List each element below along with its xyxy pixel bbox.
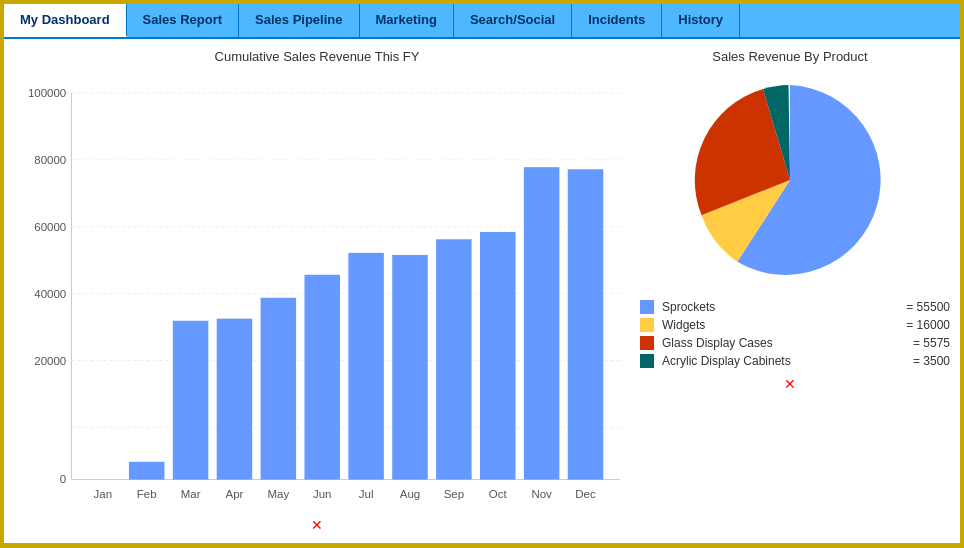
legend-color-widgets: [640, 318, 654, 332]
legend-label-sprockets: Sprockets: [662, 300, 898, 314]
right-panel: Sales Revenue By Product: [630, 49, 950, 533]
tab-sales-report[interactable]: Sales Report: [127, 4, 239, 37]
svg-rect-24: [304, 275, 340, 480]
legend-value-glass: = 5575: [913, 336, 950, 350]
svg-rect-22: [261, 298, 297, 480]
svg-rect-16: [129, 462, 165, 480]
svg-text:Mar: Mar: [181, 488, 201, 500]
svg-text:Nov: Nov: [531, 488, 552, 500]
svg-text:40000: 40000: [34, 288, 66, 300]
legend-value-sprockets: = 55500: [906, 300, 950, 314]
legend-color-sprockets: [640, 300, 654, 314]
svg-rect-34: [524, 167, 560, 479]
legend-label-widgets: Widgets: [662, 318, 898, 332]
svg-text:20000: 20000: [34, 355, 66, 367]
pie-chart-svg: [680, 70, 900, 290]
svg-text:Jun: Jun: [313, 488, 332, 500]
svg-rect-20: [217, 319, 253, 480]
svg-text:Sep: Sep: [444, 488, 464, 500]
svg-text:Aug: Aug: [400, 488, 420, 500]
bar-chart-delete[interactable]: ✕: [311, 517, 323, 533]
legend-item-acrylic: Acrylic Display Cabinets = 3500: [640, 354, 950, 368]
legend-label-glass: Glass Display Cases: [662, 336, 905, 350]
bar-chart-area: 100000 80000 60000 40000 20000 0 Jan Feb: [14, 70, 620, 513]
pie-chart-title: Sales Revenue By Product: [712, 49, 867, 64]
svg-rect-32: [480, 232, 516, 480]
svg-text:Jul: Jul: [359, 488, 374, 500]
svg-rect-30: [436, 239, 472, 479]
left-panel: Cumulative Sales Revenue This FY 100000 …: [14, 49, 620, 533]
svg-text:Jan: Jan: [94, 488, 113, 500]
legend-color-acrylic: [640, 354, 654, 368]
legend-item-sprockets: Sprockets = 55500: [640, 300, 950, 314]
pie-chart-delete[interactable]: ✕: [784, 376, 796, 392]
svg-rect-18: [173, 321, 209, 480]
tab-search-social[interactable]: Search/Social: [454, 4, 572, 37]
svg-rect-26: [348, 253, 384, 480]
svg-text:100000: 100000: [28, 87, 66, 99]
legend-color-glass: [640, 336, 654, 350]
svg-text:0: 0: [60, 473, 66, 485]
outer-border: My Dashboard Sales Report Sales Pipeline…: [0, 0, 964, 548]
legend-value-acrylic: = 3500: [913, 354, 950, 368]
tab-history[interactable]: History: [662, 4, 740, 37]
bar-chart-svg: 100000 80000 60000 40000 20000 0 Jan Feb: [14, 70, 620, 513]
nav-bar: My Dashboard Sales Report Sales Pipeline…: [4, 4, 960, 39]
tab-sales-pipeline[interactable]: Sales Pipeline: [239, 4, 359, 37]
pie-chart-legend: Sprockets = 55500 Widgets = 16000 Glass …: [630, 300, 950, 372]
svg-text:Dec: Dec: [575, 488, 596, 500]
svg-text:Apr: Apr: [226, 488, 244, 500]
tab-my-dashboard[interactable]: My Dashboard: [4, 4, 127, 37]
legend-item-widgets: Widgets = 16000: [640, 318, 950, 332]
legend-value-widgets: = 16000: [906, 318, 950, 332]
bar-chart-title: Cumulative Sales Revenue This FY: [215, 49, 420, 64]
svg-text:May: May: [267, 488, 289, 500]
legend-item-glass: Glass Display Cases = 5575: [640, 336, 950, 350]
tab-marketing[interactable]: Marketing: [360, 4, 454, 37]
svg-rect-28: [392, 255, 428, 480]
tab-incidents[interactable]: Incidents: [572, 4, 662, 37]
svg-text:Feb: Feb: [137, 488, 157, 500]
svg-text:80000: 80000: [34, 154, 66, 166]
svg-text:60000: 60000: [34, 221, 66, 233]
main-content: Cumulative Sales Revenue This FY 100000 …: [4, 39, 960, 543]
svg-rect-36: [568, 169, 604, 479]
legend-label-acrylic: Acrylic Display Cabinets: [662, 354, 905, 368]
svg-text:Oct: Oct: [489, 488, 508, 500]
